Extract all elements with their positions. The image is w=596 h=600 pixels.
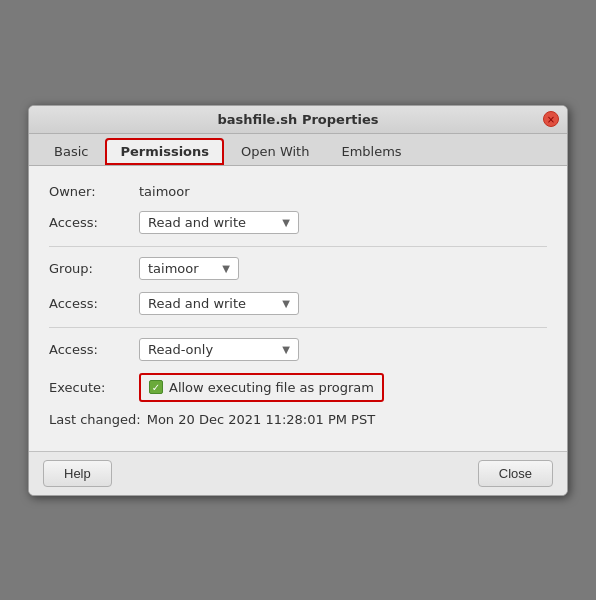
bottom-bar: Help Close [29,451,567,495]
last-changed-label: Last changed: [49,412,141,427]
execute-label: Execute: [49,380,139,395]
owner-access-arrow-icon: ▼ [282,217,290,228]
tab-emblems[interactable]: Emblems [326,138,416,165]
others-access-label: Access: [49,342,139,357]
group-access-value: Read and write [148,296,274,311]
tab-bar: Basic Permissions Open With Emblems [29,134,567,166]
dialog-window: bashfile.sh Properties × Basic Permissio… [28,105,568,496]
last-changed-row: Last changed: Mon 20 Dec 2021 11:28:01 P… [49,412,547,427]
owner-access-label: Access: [49,215,139,230]
dialog-title: bashfile.sh Properties [217,112,378,127]
help-button[interactable]: Help [43,460,112,487]
others-access-arrow-icon: ▼ [282,344,290,355]
owner-row: Owner: taimoor [49,184,547,199]
group-arrow-icon: ▼ [222,263,230,274]
tab-permissions[interactable]: Permissions [105,138,224,165]
tab-basic[interactable]: Basic [39,138,103,165]
group-value: taimoor [148,261,214,276]
owner-label: Owner: [49,184,139,199]
group-access-arrow-icon: ▼ [282,298,290,309]
last-changed-value: Mon 20 Dec 2021 11:28:01 PM PST [147,412,375,427]
execute-checkbox-text: Allow executing file as program [169,380,374,395]
group-access-dropdown[interactable]: Read and write ▼ [139,292,299,315]
permissions-panel: Owner: taimoor Access: Read and write ▼ … [29,166,567,441]
divider-2 [49,327,547,328]
owner-value: taimoor [139,184,190,199]
divider-1 [49,246,547,247]
tab-open-with[interactable]: Open With [226,138,324,165]
dialog-close-button[interactable]: Close [478,460,553,487]
execute-checkbox[interactable]: ✓ [149,380,163,394]
group-access-row: Access: Read and write ▼ [49,292,547,315]
others-access-value: Read-only [148,342,274,357]
others-access-dropdown[interactable]: Read-only ▼ [139,338,299,361]
others-access-row: Access: Read-only ▼ [49,338,547,361]
owner-access-dropdown[interactable]: Read and write ▼ [139,211,299,234]
group-label: Group: [49,261,139,276]
execute-checkbox-container[interactable]: ✓ Allow executing file as program [139,373,384,402]
owner-access-value: Read and write [148,215,274,230]
owner-access-row: Access: Read and write ▼ [49,211,547,234]
group-dropdown[interactable]: taimoor ▼ [139,257,239,280]
group-access-label: Access: [49,296,139,311]
title-bar: bashfile.sh Properties × [29,106,567,134]
group-row: Group: taimoor ▼ [49,257,547,280]
execute-row: Execute: ✓ Allow executing file as progr… [49,373,547,402]
close-button[interactable]: × [543,111,559,127]
